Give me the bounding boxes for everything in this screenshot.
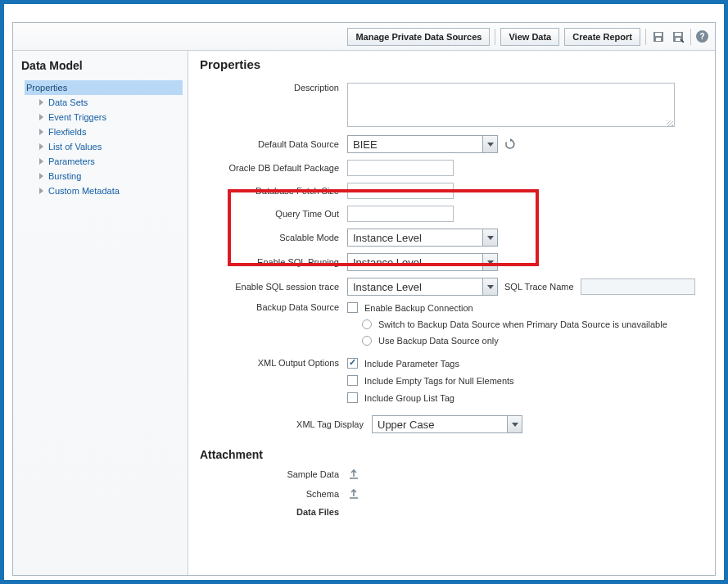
- include-group-list-tag-checkbox[interactable]: [347, 392, 358, 403]
- enable-sql-session-trace-select[interactable]: Instance Level: [347, 278, 498, 296]
- sidebar: Data Model Properties Data Sets Event Tr…: [13, 51, 188, 575]
- enable-sql-pruning-label: Enable SQL Pruning: [200, 257, 347, 267]
- sidebar-item-custom-metadata[interactable]: Custom Metadata: [25, 183, 183, 198]
- sidebar-item-label: Event Triggers: [48, 112, 106, 122]
- sidebar-item-label: Data Sets: [48, 97, 88, 107]
- sidebar-item-data-sets[interactable]: Data Sets: [25, 95, 183, 110]
- description-label: Description: [200, 83, 347, 93]
- enable-backup-connection-checkbox[interactable]: [347, 302, 358, 313]
- svg-rect-1: [655, 33, 662, 36]
- include-empty-tags-checkbox[interactable]: [347, 375, 358, 386]
- scalable-mode-label: Scalable Mode: [200, 233, 347, 242]
- select-value: Upper Case: [378, 419, 507, 431]
- switch-backup-text: Switch to Backup Data Source when Primar…: [378, 319, 667, 329]
- sidebar-item-event-triggers[interactable]: Event Triggers: [25, 110, 183, 124]
- attachment-heading: Attachment: [200, 448, 702, 461]
- query-time-out-input[interactable]: [347, 206, 454, 222]
- toolbar-separator: [645, 29, 646, 45]
- default-data-source-select[interactable]: BIEE: [347, 135, 498, 153]
- include-empty-tags-text: Include Empty Tags for Null Elements: [364, 376, 514, 386]
- toolbar-separator: [690, 29, 691, 45]
- sidebar-item-properties[interactable]: Properties: [25, 80, 183, 95]
- chevron-down-icon: [507, 416, 522, 432]
- sidebar-tree: Properties Data Sets Event Triggers Flex…: [25, 80, 183, 198]
- create-report-button[interactable]: Create Report: [564, 28, 640, 46]
- collapse-icon: [39, 173, 43, 179]
- include-parameter-tags-checkbox[interactable]: [347, 358, 358, 369]
- scalable-mode-select[interactable]: Instance Level: [347, 229, 498, 247]
- chevron-down-icon: [482, 136, 497, 152]
- view-data-button[interactable]: View Data: [500, 28, 559, 46]
- svg-rect-4: [675, 33, 681, 36]
- refresh-icon[interactable]: [504, 138, 516, 150]
- oracle-db-default-package-input[interactable]: [347, 160, 454, 176]
- sidebar-item-label: List of Values: [48, 142, 102, 152]
- sidebar-item-bursting[interactable]: Bursting: [25, 169, 183, 183]
- query-time-out-label: Query Time Out: [200, 209, 347, 219]
- save-as-icon[interactable]: [671, 29, 685, 44]
- collapse-icon: [39, 114, 43, 120]
- sidebar-item-flexfields[interactable]: Flexfields: [25, 124, 183, 139]
- chevron-down-icon: [482, 254, 497, 270]
- enable-backup-connection-text: Enable Backup Connection: [364, 303, 473, 313]
- chevron-down-icon: [482, 229, 497, 246]
- include-group-list-tag-text: Include Group List Tag: [364, 393, 454, 403]
- save-icon[interactable]: [651, 29, 666, 44]
- use-backup-only-text: Use Backup Data Source only: [378, 336, 499, 346]
- svg-rect-2: [656, 38, 661, 41]
- enable-sql-session-trace-label: Enable SQL session trace: [200, 282, 347, 292]
- description-textarea[interactable]: [347, 83, 675, 127]
- switch-backup-radio[interactable]: [362, 319, 372, 329]
- data-files-label: Data Files: [200, 507, 347, 517]
- xml-output-options-label: XML Output Options: [200, 358, 347, 368]
- collapse-icon: [39, 143, 43, 150]
- collapse-icon: [39, 188, 43, 194]
- include-parameter-tags-text: Include Parameter Tags: [364, 359, 459, 369]
- manage-private-data-sources-button[interactable]: Manage Private Data Sources: [347, 28, 490, 46]
- svg-rect-5: [676, 38, 681, 41]
- xml-tag-display-select[interactable]: Upper Case: [372, 415, 522, 433]
- collapse-icon: [39, 99, 43, 106]
- sidebar-item-label: Parameters: [48, 156, 95, 166]
- upload-icon[interactable]: [347, 487, 360, 500]
- sidebar-item-label: Bursting: [48, 171, 81, 181]
- collapse-icon: [39, 129, 43, 135]
- chevron-down-icon: [482, 278, 497, 295]
- sample-data-label: Sample Data: [200, 469, 347, 479]
- top-toolbar: Manage Private Data Sources View Data Cr…: [13, 23, 715, 51]
- schema-label: Schema: [200, 489, 347, 499]
- main-content: Properties Description Default Data Sour…: [188, 51, 715, 575]
- sql-trace-name-input[interactable]: [581, 278, 695, 295]
- select-value: Instance Level: [353, 232, 482, 244]
- database-fetch-size-label: Database Fetch Size: [200, 186, 347, 196]
- enable-sql-pruning-select[interactable]: Instance Level: [347, 253, 498, 271]
- sidebar-item-label: Properties: [26, 83, 67, 93]
- resize-handle-icon[interactable]: [667, 120, 673, 127]
- sidebar-item-label: Custom Metadata: [48, 186, 120, 196]
- backup-data-source-label: Backup Data Source: [200, 302, 347, 312]
- collapse-icon: [39, 158, 43, 165]
- toolbar-separator: [495, 29, 495, 45]
- help-icon[interactable]: ?: [696, 30, 708, 43]
- upload-icon[interactable]: [347, 468, 360, 481]
- default-data-source-label: Default Data Source: [200, 139, 347, 149]
- sql-trace-name-label: SQL Trace Name: [504, 282, 574, 292]
- select-value: Instance Level: [353, 281, 482, 293]
- sidebar-title: Data Model: [21, 59, 179, 72]
- properties-heading: Properties: [200, 57, 702, 71]
- select-value: BIEE: [353, 138, 482, 151]
- use-backup-only-radio[interactable]: [362, 336, 372, 346]
- sidebar-item-label: Flexfields: [48, 127, 86, 137]
- sidebar-item-parameters[interactable]: Parameters: [25, 154, 183, 169]
- sidebar-item-list-of-values[interactable]: List of Values: [25, 139, 183, 154]
- oracle-db-default-package-label: Oracle DB Default Package: [200, 163, 347, 173]
- select-value: Instance Level: [353, 256, 482, 269]
- xml-tag-display-label: XML Tag Display: [200, 419, 372, 429]
- database-fetch-size-input[interactable]: [347, 183, 454, 199]
